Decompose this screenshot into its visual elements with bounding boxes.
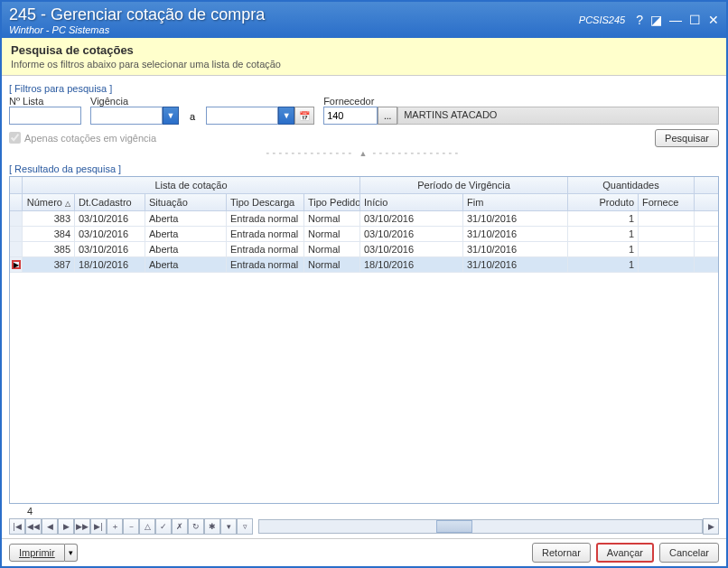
nav-btn-10[interactable]: ✗ — [172, 518, 188, 535]
nav-btn-0[interactable]: |◀ — [9, 518, 25, 535]
sort-asc-icon — [65, 197, 70, 208]
cell-desc: Entrada normal — [227, 242, 304, 256]
cell-fim: 31/10/2016 — [463, 242, 568, 256]
banner-heading: Pesquisa de cotações — [11, 43, 717, 57]
horizontal-scrollbar[interactable] — [258, 519, 703, 534]
cell-dt: 03/10/2016 — [75, 242, 145, 256]
titlebar: 245 - Gerenciar cotação de compra Wintho… — [2, 2, 726, 38]
n-lista-input[interactable] — [9, 107, 81, 125]
cell-sit: Aberta — [145, 227, 227, 241]
cell-ini: 18/10/2016 — [360, 257, 463, 272]
nav-btn-1[interactable]: ◀◀ — [25, 518, 42, 535]
fornecedor-label: Fornecedor — [323, 96, 719, 107]
maximize-icon[interactable]: ☐ — [689, 13, 701, 27]
vigencia-a-label: a — [188, 108, 197, 125]
nav-btn-8[interactable]: △ — [139, 518, 155, 535]
imprimir-button[interactable]: Imprimir — [9, 544, 65, 562]
close-icon[interactable]: ✕ — [708, 13, 719, 27]
cell-ini: 03/10/2016 — [360, 242, 463, 256]
nav-btn-3[interactable]: ▶ — [58, 518, 74, 535]
cell-dt: 18/10/2016 — [75, 257, 145, 272]
table-row[interactable]: 38303/10/2016AbertaEntrada normalNormal0… — [10, 211, 718, 227]
cell-forn — [639, 257, 695, 272]
cancelar-button[interactable]: Cancelar — [659, 543, 719, 563]
col-tipo-descarga[interactable]: Tipo Descarga — [227, 194, 304, 210]
nav-btn-11[interactable]: ↻ — [188, 518, 204, 535]
cell-ped: Normal — [304, 211, 360, 226]
filter-group-label: [ Filtros para pesquisa ] — [9, 83, 719, 94]
edit-icon[interactable]: ◪ — [650, 13, 662, 27]
cell-numero: 383 — [23, 211, 75, 226]
n-lista-label: Nº Lista — [9, 96, 81, 107]
vigencia-from-input[interactable] — [90, 107, 163, 125]
nav-btn-5[interactable]: ▶| — [90, 518, 107, 535]
minimize-icon[interactable]: — — [669, 13, 682, 27]
grid-navigator: |◀◀◀◀▶▶▶▶|＋－△✓✗↻✱▾▿▶ — [9, 518, 719, 535]
record-count: 4 — [9, 504, 719, 518]
help-icon[interactable]: ? — [636, 13, 643, 27]
col-group-qtd: Quantidades — [568, 177, 695, 193]
row-selector[interactable]: ▶ — [10, 257, 23, 272]
cell-prod: 1 — [568, 242, 639, 256]
row-selector[interactable] — [10, 211, 23, 226]
pesquisar-button[interactable]: Pesquisar — [655, 129, 719, 147]
col-group-periodo: Período de Virgência — [360, 177, 568, 193]
table-row[interactable]: ▶38718/10/2016AbertaEntrada normalNormal… — [10, 257, 718, 273]
col-inicio[interactable]: Início — [360, 194, 463, 210]
row-selector[interactable] — [10, 242, 23, 256]
nav-btn-12[interactable]: ✱ — [204, 518, 220, 535]
nav-btn-4[interactable]: ▶▶ — [74, 518, 90, 535]
fornecedor-code-input[interactable] — [323, 107, 378, 125]
row-selector[interactable] — [10, 227, 23, 241]
col-tipo-pedido[interactable]: Tipo Pedido — [304, 194, 360, 210]
cell-ped: Normal — [304, 227, 360, 241]
current-row-icon: ▶ — [12, 260, 21, 269]
table-row[interactable]: 38403/10/2016AbertaEntrada normalNormal0… — [10, 227, 718, 242]
only-active-checkbox — [9, 132, 21, 144]
cell-sit: Aberta — [145, 242, 227, 256]
nav-btn-2[interactable]: ◀ — [42, 518, 58, 535]
cell-ped: Normal — [304, 257, 360, 272]
instruction-banner: Pesquisa de cotações Informe os filtros … — [2, 38, 726, 76]
only-active-label: Apenas cotações em vigência — [24, 133, 156, 144]
vigencia-to-input[interactable] — [206, 107, 278, 125]
nav-btn-9[interactable]: ✓ — [155, 518, 172, 535]
col-fornecedor[interactable]: Fornece — [639, 194, 695, 210]
nav-btn-13[interactable]: ▾ — [220, 518, 237, 535]
imprimir-splitbutton[interactable]: Imprimir ▾ — [9, 544, 78, 562]
col-fim[interactable]: Fim — [463, 194, 568, 210]
col-situacao[interactable]: Situação — [145, 194, 227, 210]
table-row[interactable]: 38503/10/2016AbertaEntrada normalNormal0… — [10, 242, 718, 257]
nav-btn-14[interactable]: ▿ — [237, 518, 253, 535]
cell-forn — [639, 242, 695, 256]
avancar-button[interactable]: Avançar — [596, 543, 654, 563]
cell-sit: Aberta — [145, 257, 227, 272]
calendar-icon[interactable]: 📅 — [294, 107, 314, 125]
col-group-lista: Lista de cotação — [23, 177, 360, 193]
cell-ini: 03/10/2016 — [360, 227, 463, 241]
imprimir-dropdown-icon[interactable]: ▾ — [65, 544, 78, 562]
nav-btn-7[interactable]: － — [123, 518, 139, 535]
fornecedor-lookup-button[interactable]: ... — [378, 107, 397, 125]
fornecedor-name-display: MARTINS ATACADO — [397, 107, 719, 125]
app-window: 245 - Gerenciar cotação de compra Wintho… — [0, 0, 728, 568]
nav-btn-6[interactable]: ＋ — [107, 518, 123, 535]
cell-ped: Normal — [304, 242, 360, 256]
vigencia-from-dropdown-icon[interactable]: ▼ — [163, 107, 179, 125]
col-numero[interactable]: Número — [23, 194, 75, 210]
retornar-button[interactable]: Retornar — [532, 543, 591, 563]
scrollbar-thumb[interactable] — [436, 520, 472, 533]
scroll-right-icon[interactable]: ▶ — [703, 518, 719, 535]
section-collapse-handle[interactable]: ╴╴╴╴╴╴╴╴╴╴╴╴╴╴ ▲ ╴╴╴╴╴╴╴╴╴╴╴╴╴╴ — [9, 149, 719, 158]
vigencia-to-dropdown-icon[interactable]: ▼ — [278, 107, 294, 125]
cell-fim: 31/10/2016 — [463, 227, 568, 241]
window-subtitle: Winthor - PC Sistemas — [9, 24, 579, 35]
cell-desc: Entrada normal — [227, 227, 304, 241]
vigencia-label: Vigência — [90, 96, 179, 107]
cell-desc: Entrada normal — [227, 257, 304, 272]
col-dtcadastro[interactable]: Dt.Cadastro — [75, 194, 145, 210]
cell-prod: 1 — [568, 257, 639, 272]
cell-fim: 31/10/2016 — [463, 211, 568, 226]
col-produto[interactable]: Produto — [568, 194, 639, 210]
results-grid[interactable]: Lista de cotação Período de Virgência Qu… — [9, 176, 719, 504]
